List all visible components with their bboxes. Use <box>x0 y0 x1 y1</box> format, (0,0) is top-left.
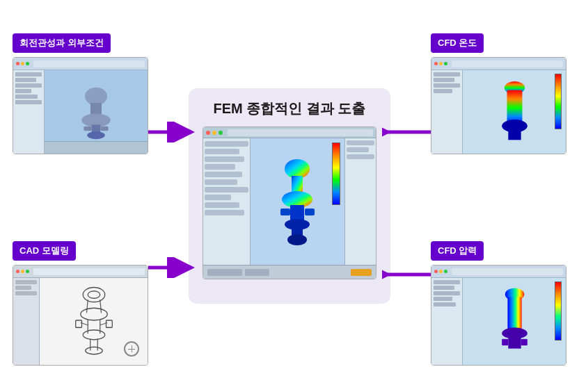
svg-point-31 <box>83 330 105 340</box>
bottom-right-screenshot <box>431 265 566 366</box>
arrow-br-to-center <box>382 264 431 285</box>
arrow-tr-to-center <box>382 122 431 142</box>
svg-line-23 <box>100 300 101 313</box>
svg-point-8 <box>287 234 307 245</box>
top-left-label: 회전관성과 외부조건 <box>13 33 111 53</box>
svg-point-24 <box>80 308 107 320</box>
arrow-tl-to-center <box>148 122 197 142</box>
svg-point-9 <box>85 88 107 106</box>
svg-point-15 <box>87 131 105 139</box>
top-right-screenshot <box>431 57 566 154</box>
svg-point-0 <box>285 159 310 179</box>
svg-rect-14 <box>100 126 108 131</box>
top-right-item: CFD 온도 <box>431 33 566 154</box>
svg-rect-30 <box>106 320 112 328</box>
bottom-left-screenshot <box>13 265 148 366</box>
center-fem-box: FEM 종합적인 결과 도출 <box>189 88 390 304</box>
bottom-left-label: CAD 모델링 <box>13 241 76 261</box>
bottom-right-item: CFD 압력 <box>431 241 566 366</box>
svg-rect-39 <box>502 338 508 345</box>
svg-rect-19 <box>508 130 521 140</box>
svg-point-21 <box>88 291 100 299</box>
svg-rect-36 <box>507 297 521 332</box>
top-left-item: 회전관성과 외부조건 <box>13 33 148 154</box>
svg-point-20 <box>83 288 105 302</box>
bottom-right-label: CFD 압력 <box>431 241 484 261</box>
diagram-container: FEM 종합적인 결과 도출 <box>0 0 579 392</box>
arrow-bl-to-center <box>148 257 197 278</box>
svg-rect-5 <box>305 209 315 215</box>
svg-rect-4 <box>280 209 290 215</box>
center-screenshot <box>203 126 376 279</box>
top-right-label: CFD 온도 <box>431 33 484 53</box>
top-left-screenshot <box>13 57 148 154</box>
svg-point-34 <box>85 347 102 354</box>
bottom-left-item: CAD 모델링 <box>13 241 148 366</box>
svg-rect-13 <box>84 126 91 131</box>
svg-rect-38 <box>508 337 521 349</box>
svg-line-22 <box>86 300 88 313</box>
center-title: FEM 종합적인 결과 도출 <box>214 99 366 118</box>
svg-rect-29 <box>75 320 81 328</box>
svg-rect-40 <box>521 338 527 345</box>
